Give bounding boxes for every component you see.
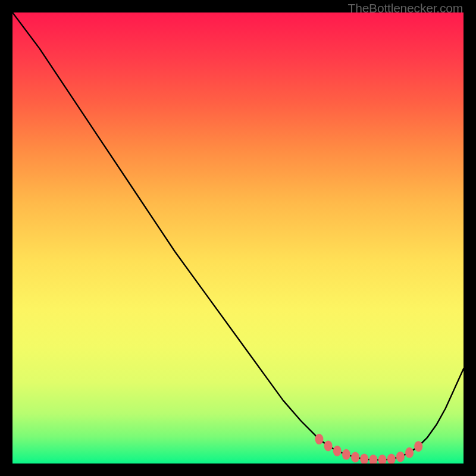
highlight-dot (360, 453, 368, 464)
highlight-dot (333, 446, 342, 456)
bottleneck-curve-group (12, 12, 464, 460)
highlight-dot (414, 441, 422, 452)
highlight-dot (387, 453, 396, 464)
bottleneck-curve (12, 12, 464, 460)
figure-canvas: TheBottlenecker.com (0, 0, 476, 476)
highlight-dot (378, 455, 387, 464)
highlight-dot (396, 452, 405, 462)
plot-area (12, 12, 464, 464)
highlight-dot (315, 434, 323, 444)
highlight-dot (405, 447, 414, 458)
highlight-dot (351, 452, 359, 462)
highlight-dot (369, 455, 377, 464)
chart-svg (12, 12, 464, 464)
highlight-dot (324, 440, 333, 451)
source-label: TheBottlenecker.com (348, 1, 463, 15)
highlight-dot (342, 449, 350, 460)
